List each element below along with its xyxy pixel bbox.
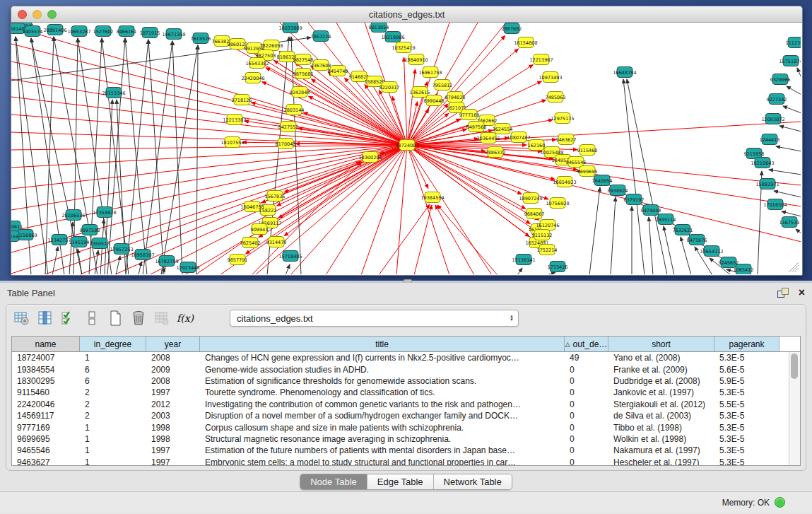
minimize-window-button[interactable] [33, 10, 42, 19]
table-row[interactable]: 2242004622012Investigating the contribut… [12, 399, 789, 410]
graph-node-label: 909943 [251, 227, 269, 233]
graph-node-label: 39159 [11, 234, 18, 240]
graph-node-label: 15718485 [278, 254, 302, 259]
table-panel-header: Table Panel × [0, 283, 812, 303]
graph-node-label: 12213967 [529, 57, 553, 63]
table-row[interactable]: 1830029562008Estimation of significance … [12, 375, 789, 387]
tab-network-table[interactable]: Network Table [434, 474, 512, 489]
cell-title: Corpus callosum shape and size in male p… [200, 423, 565, 433]
network-canvas[interactable]: 1040557208914120914031405574208914061065… [11, 23, 801, 274]
column-check-icon[interactable] [60, 310, 77, 327]
graph-node-label: 1752214 [537, 247, 558, 253]
window-title: citations_edges.txt [11, 9, 802, 20]
graph-node-label: 162160 [528, 143, 546, 148]
cell-title: Structural magnetic resonance image aver… [200, 434, 565, 444]
table-row[interactable]: 1872400712008Changes of HCN gene express… [12, 352, 789, 363]
column-header-in_degree[interactable]: in_degree [80, 337, 146, 351]
graph-node-label: 12093872 [761, 117, 784, 122]
table-row[interactable]: 977716911998Corpus callosum shape and si… [12, 421, 789, 433]
close-window-button[interactable] [18, 10, 27, 19]
network-window-titlebar[interactable]: citations_edges.txt [11, 6, 802, 23]
graph-node-label: 6794028 [445, 95, 466, 100]
graph-node-label: 20364456 [476, 136, 500, 141]
column-header-name[interactable]: name [12, 337, 80, 351]
graph-node-label: 14671358 [162, 32, 185, 37]
float-panel-icon[interactable] [777, 288, 789, 298]
graph-node-label: 10807487 [507, 135, 530, 141]
graph-node-label: 8466161 [117, 29, 137, 35]
cell-title: Embryonic stem cells: a model to study s… [200, 457, 565, 466]
cell-pagerank: 5.3E-5 [714, 457, 779, 466]
cytoscape-screen: citations_edges.txt 10405572089141209140… [0, 0, 812, 514]
function-builder-icon[interactable]: f(x) [177, 310, 194, 327]
graph-node-label: 12342757 [47, 238, 71, 243]
cell-name: 18724007 [12, 353, 80, 363]
graph-node-label: 7955812 [433, 83, 453, 88]
table-row[interactable]: 946362711997Embryonic stem cells: a mode… [12, 457, 789, 466]
column-header-year[interactable]: year [146, 337, 200, 351]
graph-node-label: 12975115 [551, 116, 574, 122]
graph-node-label: 9465546 [566, 160, 587, 165]
graph-node-label: 7625402 [240, 240, 261, 246]
cell-in_degree: 1 [80, 353, 146, 363]
close-panel-icon[interactable]: × [799, 288, 805, 298]
row-height-icon[interactable] [83, 310, 100, 327]
cell-pagerank: 5.3E-5 [714, 423, 779, 433]
select-columns-icon[interactable] [37, 310, 54, 327]
column-header-out_de[interactable]: △out_de… [565, 337, 608, 351]
cell-short: Yano et al. (2008) [608, 353, 714, 363]
cell-name: 18300295 [12, 376, 80, 386]
graph-node-label: 9215958 [744, 151, 765, 157]
column-header-title[interactable]: title [200, 337, 565, 351]
cell-in_degree: 2 [80, 411, 146, 421]
table-panel: Table Panel × [0, 283, 812, 491]
graph-node-label: 19218986 [381, 35, 404, 40]
graph-node-label: 1733426 [548, 264, 568, 270]
graph-node-label: 18907249 [519, 196, 542, 201]
dropdown-arrows-icon: ▲▼ [510, 315, 514, 322]
scrollbar-thumb[interactable] [791, 354, 798, 379]
cell-name: 14569117 [12, 411, 80, 421]
cell-in_degree: 2 [80, 387, 146, 397]
graph-node-label: 6379197 [624, 197, 645, 203]
graph-node-label: 1244413 [760, 137, 780, 143]
cell-pagerank: 5.3E-5 [714, 387, 779, 397]
table-row[interactable]: 911546021997Tourette syndrome. Phenomeno… [12, 387, 789, 398]
graph-node-label: 9777169 [459, 112, 480, 118]
graph-node-label: 9242844 [290, 90, 310, 95]
graph-node-label: 16648784 [613, 70, 636, 76]
column-header-short[interactable]: short [608, 337, 714, 351]
graph-node-label: 1567835 [265, 194, 286, 199]
cell-title: Changes of HCN gene expression and I(f) … [200, 353, 565, 363]
column-header-pagerank[interactable]: pagerank [714, 337, 779, 351]
node-table: namein_degreeyeartitle△out_de…shortpager… [11, 336, 801, 466]
table-row[interactable]: 946554611997Estimation of the future num… [12, 445, 789, 456]
table-row[interactable]: 1456911722003Disruption of a novel membe… [12, 410, 789, 421]
table-selector-dropdown[interactable]: citations_edges.txt ▲▼ [230, 310, 519, 327]
table-options-icon[interactable] [13, 310, 30, 327]
graph-node-label: 9245652 [719, 260, 739, 266]
graph-node-label: 20153346 [102, 90, 125, 96]
table-row[interactable]: 1938455462009Genome-wide association stu… [12, 363, 789, 375]
graph-node-label: 20891406 [43, 28, 66, 33]
graph-node-label: 8170043 [276, 141, 296, 147]
cell-short: de Silva et al. (2003) [608, 411, 714, 421]
cell-in_degree: 2 [80, 399, 146, 409]
cell-out_de: 0 [565, 365, 608, 375]
graph-node-label: 1112304 [786, 40, 801, 46]
cell-title: Tourette syndrome. Phenomenology and cla… [200, 387, 565, 397]
graph-node-label: 10654112 [700, 249, 723, 255]
tab-node-table[interactable]: Node Table [300, 474, 367, 489]
graph-node-label: 12923448 [176, 265, 199, 271]
graph-node-label: 16046758 [240, 204, 264, 210]
table-vertical-scrollbar[interactable] [789, 352, 800, 465]
cell-in_degree: 6 [80, 376, 146, 386]
cell-out_de: 0 [565, 445, 608, 455]
table-body: 1872400712008Changes of HCN gene express… [12, 352, 789, 465]
table-row[interactable]: 969969511998Structural magnetic resonanc… [12, 433, 789, 445]
tab-edge-table[interactable]: Edge Table [367, 474, 434, 489]
network-window[interactable]: citations_edges.txt 10405572089141209140… [11, 6, 803, 276]
delete-table-icon[interactable] [130, 310, 147, 327]
zoom-window-button[interactable] [47, 10, 57, 19]
new-table-icon[interactable] [107, 310, 124, 327]
